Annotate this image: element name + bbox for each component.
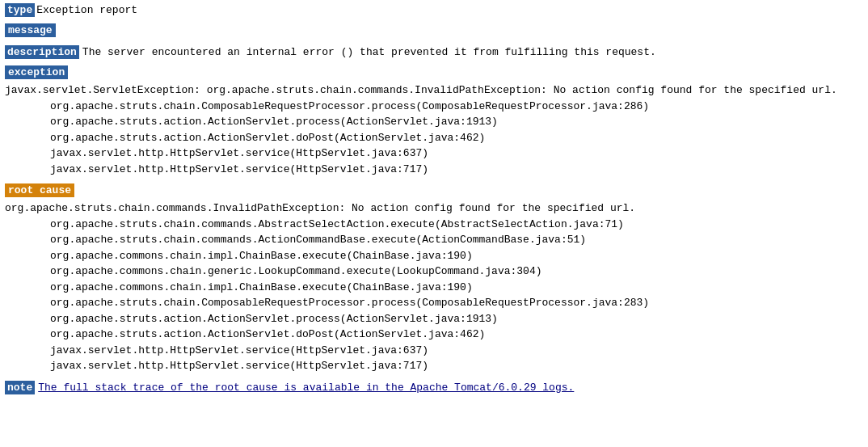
exception-stack-line-1: org.apache.struts.action.ActionServlet.p… [5, 114, 863, 130]
exception-stack-line-3: javax.servlet.http.HttpServlet.service(H… [5, 145, 863, 162]
exception-stack: javax.servlet.ServletException: org.apac… [5, 82, 863, 177]
root-cause-label: root cause [5, 183, 74, 197]
note-text: The full stack trace of the root cause i… [38, 382, 574, 394]
root-cause-stack-line-7: org.apache.struts.action.ActionServlet.d… [5, 327, 863, 343]
type-line: typeException report [5, 3, 863, 17]
type-text: Exception report [36, 4, 137, 16]
root-cause-stack-line-6: org.apache.struts.action.ActionServlet.p… [5, 311, 863, 327]
root-cause-section: root cause org.apache.struts.chain.comma… [5, 183, 863, 374]
exception-section: exception javax.servlet.ServletException… [5, 65, 863, 177]
exception-stack-line-2: org.apache.struts.action.ActionServlet.d… [5, 130, 863, 146]
description-label: description [5, 45, 79, 59]
root-cause-stack-line-4: org.apache.commons.chain.impl.ChainBase.… [5, 280, 863, 296]
exception-label: exception [5, 65, 68, 79]
root-cause-stack-line-0: org.apache.struts.chain.commands.Abstrac… [5, 217, 863, 233]
root-cause-stack-line-3: org.apache.commons.chain.generic.LookupC… [5, 264, 863, 280]
root-cause-stack-line-9: javax.servlet.http.HttpServlet.service(H… [5, 358, 863, 374]
exception-stack-line-0: org.apache.struts.chain.ComposableReques… [5, 99, 863, 115]
root-cause-stack: org.apache.struts.chain.commands.Invalid… [5, 200, 863, 374]
note-label: note [5, 381, 35, 394]
description-text: The server encountered an internal error… [82, 46, 656, 58]
root-cause-stack-line-2: org.apache.commons.chain.impl.ChainBase.… [5, 248, 863, 264]
exception-stack-line-4: javax.servlet.http.HttpServlet.service(H… [5, 162, 863, 178]
note-section: noteThe full stack trace of the root cau… [5, 381, 863, 394]
message-label: message [5, 23, 56, 37]
root-cause-main-line: org.apache.struts.chain.commands.Invalid… [5, 200, 863, 217]
message-section: message [5, 23, 863, 39]
root-cause-stack-line-5: org.apache.struts.chain.ComposableReques… [5, 295, 863, 311]
description-section: descriptionThe server encountered an int… [5, 45, 863, 59]
exception-main-line: javax.servlet.ServletException: org.apac… [5, 82, 863, 99]
root-cause-stack-line-8: javax.servlet.http.HttpServlet.service(H… [5, 343, 863, 359]
root-cause-stack-line-1: org.apache.struts.chain.commands.ActionC… [5, 232, 863, 248]
type-label: type [5, 3, 35, 17]
